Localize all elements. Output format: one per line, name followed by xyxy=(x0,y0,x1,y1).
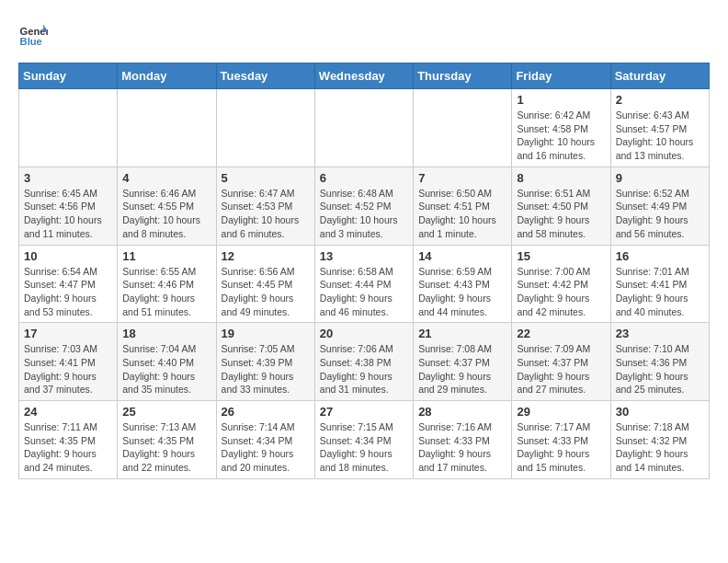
day-number: 9 xyxy=(616,171,704,185)
day-number: 25 xyxy=(122,405,210,419)
calendar-week-row: 24Sunrise: 7:11 AM Sunset: 4:35 PM Dayli… xyxy=(19,401,710,479)
day-number: 17 xyxy=(24,327,112,340)
calendar-day-cell: 20Sunrise: 7:06 AM Sunset: 4:38 PM Dayli… xyxy=(314,323,413,401)
calendar-week-row: 17Sunrise: 7:03 AM Sunset: 4:41 PM Dayli… xyxy=(19,323,710,401)
calendar-day-cell: 19Sunrise: 7:05 AM Sunset: 4:39 PM Dayli… xyxy=(216,323,314,401)
calendar-day-cell: 18Sunrise: 7:04 AM Sunset: 4:40 PM Dayli… xyxy=(118,323,216,401)
day-info: Sunrise: 7:09 AM Sunset: 4:37 PM Dayligh… xyxy=(517,342,605,396)
calendar-day-cell: 14Sunrise: 6:59 AM Sunset: 4:43 PM Dayli… xyxy=(414,245,512,323)
day-info: Sunrise: 6:42 AM Sunset: 4:58 PM Dayligh… xyxy=(517,109,605,163)
calendar-header: SundayMondayTuesdayWednesdayThursdayFrid… xyxy=(19,63,710,89)
day-header: Wednesday xyxy=(314,63,413,89)
day-info: Sunrise: 6:45 AM Sunset: 4:56 PM Dayligh… xyxy=(24,187,112,241)
calendar-day-cell: 1Sunrise: 6:42 AM Sunset: 4:58 PM Daylig… xyxy=(512,89,610,167)
day-number: 16 xyxy=(616,249,704,263)
day-header: Tuesday xyxy=(216,63,314,89)
day-number: 24 xyxy=(24,405,112,419)
day-number: 13 xyxy=(320,249,408,263)
day-number: 11 xyxy=(122,249,210,263)
day-info: Sunrise: 7:08 AM Sunset: 4:37 PM Dayligh… xyxy=(418,342,506,396)
day-number: 15 xyxy=(517,249,605,263)
calendar-day-cell: 2Sunrise: 6:43 AM Sunset: 4:57 PM Daylig… xyxy=(610,89,709,167)
day-number: 1 xyxy=(517,93,605,107)
day-info: Sunrise: 6:58 AM Sunset: 4:44 PM Dayligh… xyxy=(320,265,408,319)
calendar-day-cell: 26Sunrise: 7:14 AM Sunset: 4:34 PM Dayli… xyxy=(216,401,314,479)
day-info: Sunrise: 7:15 AM Sunset: 4:34 PM Dayligh… xyxy=(320,420,408,475)
calendar-day-cell: 5Sunrise: 6:47 AM Sunset: 4:53 PM Daylig… xyxy=(216,167,314,245)
day-info: Sunrise: 7:11 AM Sunset: 4:35 PM Dayligh… xyxy=(24,420,112,475)
day-header: Friday xyxy=(512,63,610,89)
day-info: Sunrise: 7:18 AM Sunset: 4:32 PM Dayligh… xyxy=(616,420,704,475)
calendar-day-cell xyxy=(19,89,118,167)
calendar-day-cell: 22Sunrise: 7:09 AM Sunset: 4:37 PM Dayli… xyxy=(512,323,610,401)
day-info: Sunrise: 7:17 AM Sunset: 4:33 PM Dayligh… xyxy=(517,420,605,475)
day-number: 28 xyxy=(418,405,506,419)
day-number: 10 xyxy=(24,249,112,263)
day-number: 14 xyxy=(418,249,506,263)
calendar-day-cell: 29Sunrise: 7:17 AM Sunset: 4:33 PM Dayli… xyxy=(512,401,610,479)
day-number: 7 xyxy=(418,171,506,185)
day-info: Sunrise: 7:05 AM Sunset: 4:39 PM Dayligh… xyxy=(222,342,310,396)
day-header: Monday xyxy=(118,63,216,89)
calendar-day-cell: 15Sunrise: 7:00 AM Sunset: 4:42 PM Dayli… xyxy=(512,245,610,323)
calendar-day-cell: 23Sunrise: 7:10 AM Sunset: 4:36 PM Dayli… xyxy=(610,323,709,401)
calendar-day-cell: 12Sunrise: 6:56 AM Sunset: 4:45 PM Dayli… xyxy=(216,245,314,323)
calendar-day-cell: 28Sunrise: 7:16 AM Sunset: 4:33 PM Dayli… xyxy=(414,401,512,479)
day-info: Sunrise: 6:50 AM Sunset: 4:51 PM Dayligh… xyxy=(418,187,506,241)
day-number: 20 xyxy=(320,327,408,340)
calendar-body: 1Sunrise: 6:42 AM Sunset: 4:58 PM Daylig… xyxy=(19,89,710,479)
calendar-day-cell: 16Sunrise: 7:01 AM Sunset: 4:41 PM Dayli… xyxy=(610,245,709,323)
day-info: Sunrise: 6:56 AM Sunset: 4:45 PM Dayligh… xyxy=(222,265,310,319)
calendar-week-row: 3Sunrise: 6:45 AM Sunset: 4:56 PM Daylig… xyxy=(19,167,710,245)
calendar-day-cell: 25Sunrise: 7:13 AM Sunset: 4:35 PM Dayli… xyxy=(118,401,216,479)
day-number: 29 xyxy=(517,405,605,419)
day-info: Sunrise: 7:04 AM Sunset: 4:40 PM Dayligh… xyxy=(122,342,210,396)
day-number: 30 xyxy=(616,405,704,419)
logo-icon: General Blue xyxy=(18,18,48,48)
calendar-day-cell: 3Sunrise: 6:45 AM Sunset: 4:56 PM Daylig… xyxy=(19,167,118,245)
calendar-day-cell: 7Sunrise: 6:50 AM Sunset: 4:51 PM Daylig… xyxy=(414,167,512,245)
day-info: Sunrise: 6:48 AM Sunset: 4:52 PM Dayligh… xyxy=(320,187,408,241)
calendar-day-cell xyxy=(118,89,216,167)
day-number: 4 xyxy=(122,171,210,185)
day-info: Sunrise: 7:16 AM Sunset: 4:33 PM Dayligh… xyxy=(418,420,506,475)
day-info: Sunrise: 6:55 AM Sunset: 4:46 PM Dayligh… xyxy=(122,265,210,319)
calendar-day-cell: 9Sunrise: 6:52 AM Sunset: 4:49 PM Daylig… xyxy=(610,167,709,245)
day-number: 19 xyxy=(222,327,310,340)
calendar-day-cell: 6Sunrise: 6:48 AM Sunset: 4:52 PM Daylig… xyxy=(314,167,413,245)
day-info: Sunrise: 6:43 AM Sunset: 4:57 PM Dayligh… xyxy=(616,109,704,163)
calendar-day-cell: 21Sunrise: 7:08 AM Sunset: 4:37 PM Dayli… xyxy=(414,323,512,401)
day-number: 22 xyxy=(517,327,605,340)
day-info: Sunrise: 7:10 AM Sunset: 4:36 PM Dayligh… xyxy=(616,342,704,396)
calendar-day-cell: 24Sunrise: 7:11 AM Sunset: 4:35 PM Dayli… xyxy=(19,401,118,479)
day-info: Sunrise: 7:13 AM Sunset: 4:35 PM Dayligh… xyxy=(122,420,210,475)
calendar-day-cell xyxy=(314,89,413,167)
day-info: Sunrise: 7:06 AM Sunset: 4:38 PM Dayligh… xyxy=(320,342,408,396)
calendar-day-cell: 4Sunrise: 6:46 AM Sunset: 4:55 PM Daylig… xyxy=(118,167,216,245)
day-header: Saturday xyxy=(610,63,709,89)
day-info: Sunrise: 6:52 AM Sunset: 4:49 PM Dayligh… xyxy=(616,187,704,241)
calendar-day-cell: 11Sunrise: 6:55 AM Sunset: 4:46 PM Dayli… xyxy=(118,245,216,323)
day-info: Sunrise: 7:14 AM Sunset: 4:34 PM Dayligh… xyxy=(222,420,310,475)
day-info: Sunrise: 6:51 AM Sunset: 4:50 PM Dayligh… xyxy=(517,187,605,241)
calendar-week-row: 1Sunrise: 6:42 AM Sunset: 4:58 PM Daylig… xyxy=(19,89,710,167)
day-header: Thursday xyxy=(414,63,512,89)
day-number: 8 xyxy=(517,171,605,185)
day-number: 23 xyxy=(616,327,704,340)
day-info: Sunrise: 6:59 AM Sunset: 4:43 PM Dayligh… xyxy=(418,265,506,319)
day-info: Sunrise: 7:01 AM Sunset: 4:41 PM Dayligh… xyxy=(616,265,704,319)
calendar-week-row: 10Sunrise: 6:54 AM Sunset: 4:47 PM Dayli… xyxy=(19,245,710,323)
day-number: 6 xyxy=(320,171,408,185)
logo: General Blue xyxy=(18,18,51,48)
day-info: Sunrise: 6:46 AM Sunset: 4:55 PM Dayligh… xyxy=(122,187,210,241)
calendar-day-cell xyxy=(414,89,512,167)
day-number: 27 xyxy=(320,405,408,419)
calendar-table: SundayMondayTuesdayWednesdayThursdayFrid… xyxy=(18,63,710,479)
day-number: 2 xyxy=(616,93,704,107)
day-info: Sunrise: 6:54 AM Sunset: 4:47 PM Dayligh… xyxy=(24,265,112,319)
calendar-day-cell: 27Sunrise: 7:15 AM Sunset: 4:34 PM Dayli… xyxy=(314,401,413,479)
svg-text:Blue: Blue xyxy=(20,36,42,47)
day-info: Sunrise: 7:00 AM Sunset: 4:42 PM Dayligh… xyxy=(517,265,605,319)
day-number: 18 xyxy=(122,327,210,340)
calendar-day-cell xyxy=(216,89,314,167)
